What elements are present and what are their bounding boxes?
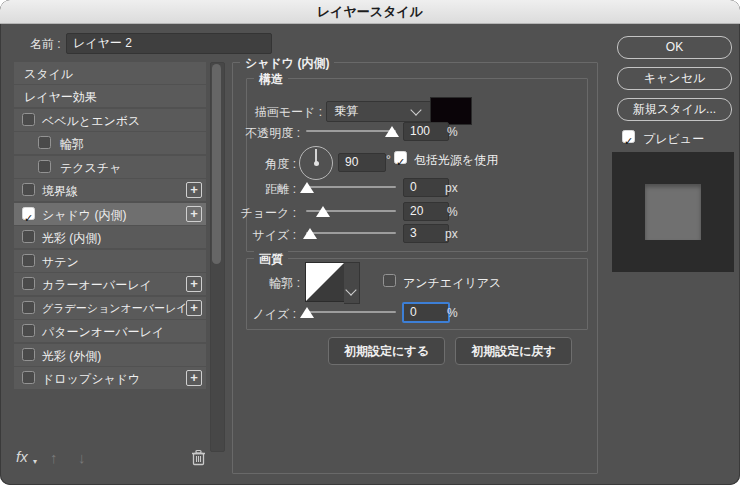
angle-input[interactable]: 90 xyxy=(338,153,386,172)
opacity-slider[interactable] xyxy=(306,130,396,132)
blend-mode-label: 描画モード : xyxy=(162,104,322,121)
angle-dial[interactable] xyxy=(299,146,333,180)
dialog-title: レイヤースタイル xyxy=(317,3,423,21)
size-label: サイズ : xyxy=(136,227,296,244)
opacity-label: 不透明度 : xyxy=(140,125,300,142)
effect-checkbox[interactable] xyxy=(22,183,35,196)
choke-unit: % xyxy=(447,205,458,219)
effect-checkbox[interactable] xyxy=(38,160,51,173)
size-slider[interactable] xyxy=(306,232,396,234)
sidebar-item-label: 輪郭 xyxy=(60,136,84,153)
preview-layer-square xyxy=(645,184,701,240)
sidebar-item-label: ドロップシャドウ xyxy=(42,371,140,388)
noise-slider[interactable] xyxy=(306,311,396,313)
sidebar-item-label: パターンオーバーレイ xyxy=(42,324,164,341)
trash-icon xyxy=(191,449,206,466)
effect-checkbox[interactable]: ✓ xyxy=(22,207,35,220)
ok-button[interactable]: OK xyxy=(617,36,732,59)
contour-picker[interactable] xyxy=(305,262,345,302)
sidebar-item-label: カラーオーバーレイ xyxy=(42,277,152,294)
move-effect-down-button[interactable]: ↓ xyxy=(78,449,86,466)
opacity-input[interactable]: 100 xyxy=(403,122,449,141)
opacity-unit: % xyxy=(447,125,458,139)
noise-input[interactable]: 0 xyxy=(402,302,450,323)
effect-checkbox[interactable] xyxy=(22,230,35,243)
effect-checkbox[interactable] xyxy=(22,277,35,290)
effect-checkbox[interactable] xyxy=(38,136,51,149)
antialias-checkbox[interactable] xyxy=(383,274,396,287)
antialias-label: アンチエイリアス xyxy=(403,275,501,292)
sidebar-item-label: 光彩 (内側) xyxy=(42,230,101,247)
global-light-checkbox[interactable]: ✓ xyxy=(394,151,407,164)
sidebar-item-label: スタイル xyxy=(24,66,73,83)
distance-label: 距離 : xyxy=(136,181,296,198)
effect-checkbox[interactable] xyxy=(22,254,35,267)
effect-checkbox[interactable] xyxy=(22,301,35,314)
layer-name-input[interactable]: レイヤー 2 xyxy=(66,33,272,54)
noise-unit: % xyxy=(447,306,458,320)
distance-unit: px xyxy=(445,181,458,195)
add-effect-button[interactable]: + xyxy=(186,370,202,386)
make-default-button[interactable]: 初期設定にする xyxy=(328,337,445,365)
effect-checkbox[interactable] xyxy=(22,348,35,361)
contour-dropdown-button[interactable] xyxy=(344,262,360,304)
contour-label: 輪郭 : xyxy=(140,275,300,292)
noise-label: ノイズ : xyxy=(136,306,296,323)
sidebar-item-pattern-overlay[interactable]: パターンオーバーレイ xyxy=(14,320,206,342)
angle-unit: ° xyxy=(386,153,391,167)
size-input[interactable]: 3 xyxy=(403,224,449,243)
panel-title: シャドウ (内側) xyxy=(240,55,334,72)
sidebar-item-label: 光彩 (外側) xyxy=(42,348,101,365)
contour-shape-icon xyxy=(306,263,344,301)
sidebar-item-label: シャドウ (内側) xyxy=(42,207,126,224)
preview-thumbnail xyxy=(612,152,734,272)
preview-checkbox[interactable]: ✓ xyxy=(622,130,635,143)
global-light-label: 包括光源を使用 xyxy=(414,152,498,169)
effect-checkbox[interactable] xyxy=(22,113,35,126)
angle-center-dot xyxy=(314,161,319,166)
cancel-button[interactable]: キャンセル xyxy=(617,67,732,90)
choke-label: チョーク : xyxy=(136,205,296,222)
sidebar-item-label: 境界線 xyxy=(42,183,78,200)
sidebar-item-label: サテン xyxy=(42,254,79,271)
structure-group-label: 構造 xyxy=(254,71,288,88)
sidebar-item-drop-shadow[interactable]: ドロップシャドウ + xyxy=(14,367,206,389)
title-bar[interactable]: レイヤースタイル xyxy=(0,0,740,24)
layer-style-dialog: レイヤースタイル 名前 : レイヤー 2 スタイル レイヤー効果 ベベルとエンボ… xyxy=(0,0,740,485)
fx-menu-button[interactable]: fx xyxy=(16,448,28,465)
sidebar-item-label: テクスチャ xyxy=(60,160,121,177)
shadow-color-swatch[interactable] xyxy=(430,97,472,125)
name-label: 名前 : xyxy=(30,36,61,53)
sidebar-item-styles[interactable]: スタイル xyxy=(14,62,206,84)
effect-checkbox[interactable] xyxy=(22,371,35,384)
move-effect-up-button[interactable]: ↑ xyxy=(50,449,58,466)
choke-input[interactable]: 20 xyxy=(403,202,449,221)
size-unit: px xyxy=(445,227,458,241)
angle-label: 角度 : xyxy=(136,156,296,173)
distance-slider[interactable] xyxy=(306,186,396,188)
sidebar-item-label: レイヤー効果 xyxy=(24,89,97,106)
effect-checkbox[interactable] xyxy=(22,324,35,337)
preview-label: プレビュー xyxy=(643,131,704,148)
new-style-button[interactable]: 新規スタイル... xyxy=(617,98,732,121)
distance-input[interactable]: 0 xyxy=(403,178,449,197)
reset-default-button[interactable]: 初期設定に戻す xyxy=(455,337,572,365)
sidebar-item-satin[interactable]: サテン xyxy=(14,250,206,272)
quality-group-label: 画質 xyxy=(254,251,288,268)
delete-effect-button[interactable] xyxy=(191,449,206,470)
fx-caret-icon: ▾ xyxy=(33,457,37,466)
sidebar-item-label: ベベルとエンボス xyxy=(42,113,140,130)
blend-mode-value: 乗算 xyxy=(334,104,358,118)
sidebar-item-outer-glow[interactable]: 光彩 (外側) xyxy=(14,344,206,366)
